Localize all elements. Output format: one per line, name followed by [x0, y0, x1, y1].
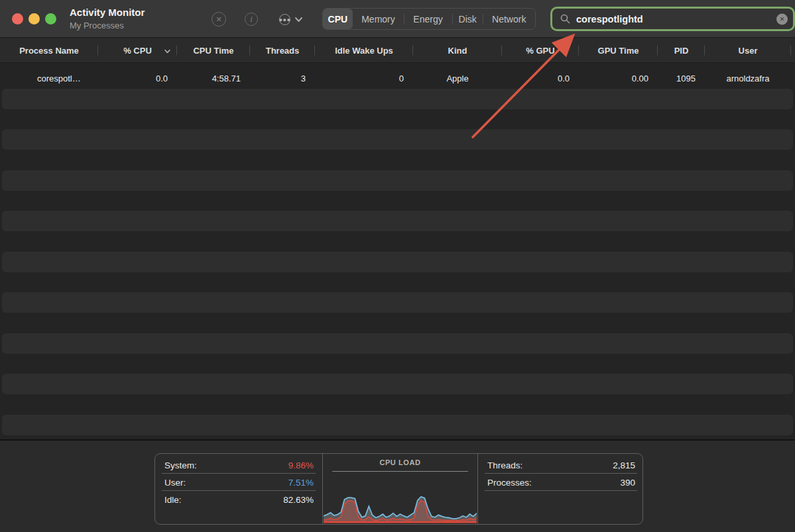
tab-memory-label: Memory — [361, 14, 395, 25]
cell-pid: 1095 — [658, 68, 705, 89]
empty-row-stripe — [2, 252, 793, 272]
tab-memory[interactable]: Memory — [353, 9, 404, 29]
column-label: User — [739, 46, 758, 56]
tab-network[interactable]: Network — [483, 9, 535, 29]
cell-gpu-time: 0.00 — [579, 68, 658, 89]
cpu-stats-panel: System: 9.86% User: 7.51% Idle: 82.63% C… — [154, 453, 643, 525]
empty-row-stripe — [2, 292, 793, 313]
tab-cpu-label: CPU — [328, 14, 348, 25]
empty-row-stripe — [2, 170, 793, 191]
column-label: Process Name — [19, 46, 79, 56]
column-label: % GPU — [526, 46, 554, 56]
cell-cpu: 0.0 — [98, 68, 177, 89]
stat-label: Processes: — [487, 478, 532, 488]
column-header-spacer — [791, 38, 795, 62]
stat-row-idle: Idle: 82.63% — [155, 491, 322, 508]
stat-row-threads: Threads: 2,815 — [478, 456, 644, 474]
stat-value-processes: 390 — [620, 478, 635, 488]
app-title: Activity Monitor — [70, 6, 145, 19]
column-header-kind[interactable]: Kind — [413, 38, 502, 62]
window-subtitle: My Processes — [70, 20, 145, 31]
search-field[interactable]: ✕ — [550, 7, 795, 31]
sort-descending-icon — [164, 46, 170, 56]
stat-value-user: 7.51% — [288, 478, 314, 488]
column-label: Threads — [266, 46, 300, 56]
tab-energy[interactable]: Energy — [404, 9, 452, 29]
cell-cpu-time: 4:58.71 — [177, 68, 250, 89]
empty-row-stripe — [2, 89, 793, 109]
stat-value-idle: 82.63% — [283, 495, 314, 505]
column-header-cpu-time[interactable]: CPU Time — [177, 38, 250, 62]
stat-label: System: — [164, 460, 197, 470]
empty-row-stripe — [2, 129, 793, 150]
cell-process-name: corespotl… — [0, 68, 98, 89]
stat-value-system: 9.86% — [288, 460, 314, 470]
empty-row-stripe — [2, 374, 793, 394]
cell-threads: 3 — [250, 68, 315, 89]
search-clear-icon[interactable]: ✕ — [776, 13, 788, 25]
column-header-process-name[interactable]: Process Name — [0, 38, 98, 62]
footer: System: 9.86% User: 7.51% Idle: 82.63% C… — [0, 441, 795, 532]
quit-process-icon[interactable]: ✕ — [212, 12, 226, 27]
activity-monitor-window: Activity Monitor My Processes ✕ i ●●● CP… — [0, 0, 795, 532]
column-header-idle-wake-ups[interactable]: Idle Wake Ups — [315, 38, 413, 62]
column-header-user[interactable]: User — [705, 38, 791, 62]
tab-disk[interactable]: Disk — [452, 9, 483, 29]
window-title-block: Activity Monitor My Processes — [70, 6, 145, 31]
empty-row-stripe — [2, 415, 793, 435]
more-options-icon[interactable]: ●●● — [279, 14, 290, 25]
table-row[interactable]: corespotl… 0.0 4:58.71 3 0 Apple 0.0 0.0… — [0, 68, 795, 89]
counts-section: Threads: 2,815 Processes: 390 — [478, 454, 644, 524]
process-table-body: corespotl… 0.0 4:58.71 3 0 Apple 0.0 0.0… — [0, 63, 795, 439]
empty-row-stripe — [2, 333, 793, 354]
empty-row-stripe — [2, 211, 793, 231]
cpu-load-chart — [324, 473, 477, 523]
cpu-percent-section: System: 9.86% User: 7.51% Idle: 82.63% — [155, 454, 322, 524]
chart-underline — [332, 471, 468, 472]
stat-label: Threads: — [487, 460, 522, 470]
cell-idle-wake-ups: 0 — [315, 68, 413, 89]
chevron-down-icon[interactable] — [294, 17, 303, 23]
tab-energy-label: Energy — [413, 14, 442, 25]
stat-row-user: User: 7.51% — [155, 474, 322, 491]
column-label: PID — [674, 46, 689, 56]
view-tab-group: CPU Memory Energy Disk Network — [322, 8, 536, 30]
column-header-pid[interactable]: PID — [658, 38, 705, 62]
stat-value-threads: 2,815 — [613, 460, 635, 470]
stat-label: User: — [164, 478, 186, 488]
column-label: % CPU — [123, 46, 152, 56]
stat-row-processes: Processes: 390 — [478, 474, 644, 491]
column-header-cpu[interactable]: % CPU — [98, 38, 177, 62]
close-window-button[interactable] — [12, 13, 23, 25]
cell-kind: Apple — [413, 68, 502, 89]
inspect-info-icon[interactable]: i — [245, 13, 258, 26]
column-label: Kind — [448, 46, 467, 56]
tab-disk-label: Disk — [459, 14, 477, 25]
stat-row-system: System: 9.86% — [155, 456, 322, 474]
cpu-load-section: CPU LOAD — [323, 454, 477, 524]
column-header-gpu[interactable]: % GPU — [502, 38, 579, 62]
cell-gpu: 0.0 — [502, 68, 579, 89]
column-label: Idle Wake Ups — [335, 46, 393, 56]
column-label: GPU Time — [598, 46, 639, 56]
stat-divider — [485, 490, 637, 491]
column-header-threads[interactable]: Threads — [250, 38, 315, 62]
column-header-gpu-time[interactable]: GPU Time — [579, 38, 658, 62]
minimize-window-button[interactable] — [29, 13, 40, 25]
table-header: Process Name % CPU CPU Time Threads Idle… — [0, 38, 795, 63]
column-label: CPU Time — [193, 46, 233, 56]
zoom-window-button[interactable] — [45, 13, 56, 25]
tab-network-label: Network — [492, 14, 526, 25]
titlebar: Activity Monitor My Processes ✕ i ●●● CP… — [0, 0, 795, 38]
cpu-load-title: CPU LOAD — [323, 458, 477, 466]
search-input[interactable] — [576, 9, 768, 29]
stat-label: Idle: — [164, 495, 182, 505]
tab-cpu[interactable]: CPU — [323, 9, 353, 29]
cell-user: arnoldzafra — [705, 68, 791, 89]
search-icon — [560, 14, 571, 27]
